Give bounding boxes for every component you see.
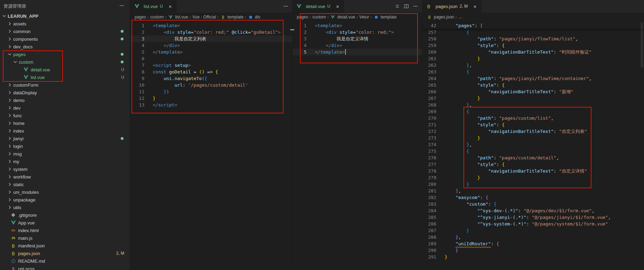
tree-file-pages.json[interactable]: {}pages.json2, M [0,249,130,257]
code-line[interactable]: 283 "custom": { [422,201,644,207]
breadcrumb-item[interactable]: div [248,14,260,20]
code-line[interactable]: 5</template> [130,49,292,55]
tree-file-.gitignore[interactable]: .gitignore [0,211,130,219]
split-icon[interactable] [403,2,410,10]
breadcrumb-item[interactable]: pages [135,15,146,19]
tree-folder-custom[interactable]: custom [0,58,130,66]
code-line[interactable]: 267 } [422,95,644,102]
more-icon[interactable] [412,2,419,10]
breadcrumb-item[interactable]: pages [297,15,308,19]
tree-folder-my[interactable]: my [0,158,130,165]
code-line[interactable]: 6 [130,55,292,62]
tab-list.vue[interactable]: list.vueU× [130,0,177,13]
code-line[interactable]: 265 "style": { [422,82,644,88]
code-line[interactable]: 278 "navigationBarTitleText": "自定义详情" [422,168,644,174]
breadcrumb-item[interactable]: … [458,15,462,19]
more-icon[interactable] [282,2,289,10]
code-line[interactable]: 288 }, [422,234,644,240]
tree-file-manifest.json[interactable]: {}manifest.json [0,242,130,249]
code-line[interactable]: 275 { [422,148,644,154]
tree-folder-jianyi[interactable]: jianyi [0,135,130,142]
tree-folder-demo[interactable]: demo [0,96,130,104]
code-line[interactable]: 13</script> [130,102,292,108]
tree-folder-func[interactable]: func [0,112,130,119]
code-line[interactable]: 2 <div style="color: red;"> [293,29,422,35]
tab-pages.json[interactable]: {}pages.json2, M× [422,0,482,13]
tree-folder-pages[interactable]: pages [0,50,130,58]
tree-file-list.vue[interactable]: list.vueU [0,73,130,81]
tree-folder-common[interactable]: common [0,27,130,35]
code-line[interactable]: 284 "^sys-dev-(.*)": "@/pages/dev/$1/for… [422,207,644,214]
code-line[interactable]: 3 我是自定义列表 [130,35,292,42]
code-line[interactable]: 282 "easycom": { [422,194,644,201]
code-line[interactable]: 290 } [422,247,644,254]
breadcrumb-item[interactable]: list.vue [168,14,188,20]
code-line[interactable]: 291} [422,254,644,260]
tree-file-uni.scss[interactable]: Suni.scss [0,265,130,270]
code-line[interactable]: 258 "path": "pages/jianyi/flowTime/list"… [422,35,644,42]
code-line[interactable]: 262 }, [422,62,644,69]
code-line[interactable]: 289 "uniIdRouter": { [422,240,644,247]
code-line[interactable]: 259 "style": { [422,42,644,49]
close-icon[interactable]: × [167,3,173,9]
code-line[interactable]: 281 ], [422,188,644,194]
code-line[interactable]: 1<template> [130,22,292,29]
tab-detail.vue[interactable]: detail.vueU× [293,0,344,13]
code-line[interactable]: 260 "navigationBarTitleText": "时间组件验证" [422,49,644,55]
code-line[interactable]: 287 } [422,227,644,234]
code-line[interactable]: 12} [130,95,292,102]
code-line[interactable]: 272 "navigationBarTitleText": "自定义列表" [422,128,644,135]
breadcrumb-item[interactable]: template [373,14,397,20]
code-line[interactable]: 257 { [422,29,644,35]
code-line[interactable]: 270 "path": "pages/custom/list", [422,115,644,121]
tree-folder-login[interactable]: login [0,142,130,150]
breadcrumb-item[interactable]: detail.vue [330,14,355,20]
compare-icon[interactable] [393,2,401,10]
code-line[interactable]: 42 "pages": [ [422,22,644,29]
code-line[interactable]: 4 </div> [293,42,422,49]
code-line[interactable]: 273 } [422,135,644,141]
tree-folder-utils[interactable]: utils [0,204,130,211]
code-line[interactable]: 4 </div> [130,42,292,49]
breadcrumb-item[interactable]: custom [312,15,326,19]
code-line[interactable]: 280 } [422,181,644,188]
code-editor-pagesjson[interactable]: 42 "pages": [257 {258 "path": "pages/jia… [422,22,644,260]
code-line[interactable]: 277 "style": { [422,161,644,168]
code-line[interactable]: 10 url: '/pages/custom/detail' [130,82,292,88]
tree-folder-assets[interactable]: assets [0,20,130,27]
code-editor-detail[interactable]: 1<template>2 <div style="color: red;">3 … [293,22,422,55]
tree-folder-index[interactable]: index [0,127,130,135]
code-line[interactable]: 268 }, [422,102,644,108]
code-line[interactable]: 271 "style": { [422,121,644,128]
tree-folder-static[interactable]: static [0,181,130,188]
code-line[interactable]: 11 }) [130,88,292,95]
tree-file-README.md[interactable]: iREADME.md [0,257,130,265]
tree-folder-system[interactable]: system [0,165,130,173]
code-line[interactable]: 276 "path": "pages/custom/detail", [422,154,644,161]
breadcrumb-item[interactable]: {}template [220,14,244,20]
code-line[interactable]: 1<template> [293,22,422,29]
code-line[interactable]: 7<script setup> [130,62,292,69]
tree-folder-dataDisplay[interactable]: dataDisplay [0,89,130,96]
tree-root-folder[interactable]: LEARUN_APP [0,12,130,20]
code-line[interactable]: 5</template> [293,49,422,55]
close-icon[interactable]: × [472,3,478,9]
code-line[interactable]: 2 <div style="color: red;" @click="goDet… [130,29,292,35]
tree-file-detail.vue[interactable]: detail.vueU [0,66,130,73]
more-actions-icon[interactable] [119,3,124,9]
code-editor-list[interactable]: 1<template>2 <div style="color: red;" @c… [130,22,292,108]
tree-file-App.vue[interactable]: App.vue [0,219,130,227]
code-line[interactable]: 261 } [422,55,644,62]
code-line[interactable]: 279 } [422,174,644,181]
code-line[interactable]: 266 "navigationBarTitleText": "新增" [422,88,644,95]
code-line[interactable]: 286 "^sys-system-(.*)": "@/pages/system/… [422,221,644,227]
code-line[interactable]: 285 "^sys-jianyi-(.*)": "@/pages/jianyi/… [422,214,644,221]
tree-folder-unpackage[interactable]: unpackage [0,196,130,204]
code-line[interactable]: 269 { [422,108,644,115]
code-line[interactable]: 263 { [422,69,644,75]
code-line[interactable]: 8const goDetail = () => { [130,69,292,75]
tree-folder-dev[interactable]: dev [0,104,130,112]
tree-folder-home[interactable]: home [0,119,130,127]
tree-folder-msg[interactable]: msg [0,150,130,158]
tree-file-main.js[interactable]: JSmain.js [0,234,130,242]
